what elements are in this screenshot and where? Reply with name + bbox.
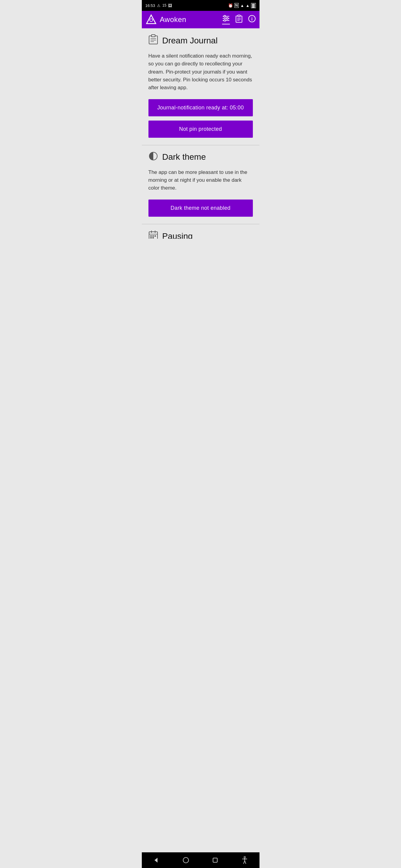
status-time: 16:53	[145, 3, 155, 8]
svg-rect-29	[150, 237, 152, 239]
svg-rect-17	[151, 35, 155, 37]
pausing-section: Pausing Sometimes this app may be inconv…	[142, 224, 259, 239]
pausing-title: Pausing	[162, 231, 193, 239]
warning-icon: ⚠	[157, 3, 161, 8]
status-left: 16:53 ⚠ 15 🖼	[145, 3, 172, 8]
status-right: ⏰ N ▲ ▲ ▓	[228, 3, 256, 8]
wifi-icon: ▲	[240, 3, 244, 8]
settings-sliders-icon[interactable]	[222, 15, 230, 24]
content-area: Dream Journal Have a silent notification…	[142, 28, 259, 239]
main-content: Dream Journal Have a silent notification…	[142, 28, 259, 239]
dark-theme-button[interactable]: Dark theme not enabled	[148, 199, 253, 217]
svg-rect-27	[152, 236, 154, 237]
svg-marker-0	[146, 15, 155, 24]
svg-point-5	[224, 16, 226, 17]
dream-journal-header: Dream Journal	[148, 34, 253, 47]
dark-theme-icon	[148, 151, 158, 163]
pausing-header: Pausing	[148, 230, 253, 239]
battery-icon: ▓	[251, 3, 256, 8]
pausing-icon	[148, 230, 158, 239]
dark-theme-header: Dark theme	[148, 151, 253, 163]
dark-theme-description: The app can be more pleasant to use in t…	[148, 168, 253, 192]
svg-point-15	[251, 17, 252, 18]
svg-rect-9	[238, 15, 240, 17]
app-bar-actions	[222, 15, 256, 24]
signal-icon: ▲	[246, 3, 250, 8]
dark-theme-section: Dark theme The app can be more pleasant …	[142, 145, 259, 224]
notification-time-button[interactable]: Journal-notification ready at: 05:00	[148, 99, 253, 116]
svg-rect-28	[154, 236, 156, 237]
alarm-icon: ⏰	[228, 3, 233, 8]
dream-journal-description: Have a silent notification ready each mo…	[148, 52, 253, 92]
image-icon: 🖼	[168, 3, 172, 8]
clipboard-icon[interactable]	[235, 15, 242, 24]
pin-protection-button[interactable]: Not pin protected	[148, 121, 253, 138]
svg-point-1	[150, 19, 153, 22]
svg-rect-30	[152, 237, 154, 239]
dark-theme-title: Dark theme	[162, 152, 206, 162]
app-bar: Awoken	[142, 11, 259, 28]
status-bar: 16:53 ⚠ 15 🖼 ⏰ N ▲ ▲ ▓	[142, 0, 259, 11]
app-title: Awoken	[160, 16, 187, 24]
dream-journal-section: Dream Journal Have a silent notification…	[142, 28, 259, 145]
dream-journal-title: Dream Journal	[162, 36, 218, 45]
awoken-logo-icon	[145, 14, 157, 25]
dream-journal-icon	[148, 34, 158, 47]
app-logo-area: Awoken	[145, 14, 222, 25]
svg-point-7	[224, 20, 226, 22]
svg-point-6	[226, 18, 228, 19]
svg-rect-26	[150, 236, 152, 237]
nfc-icon: N	[234, 3, 239, 8]
info-icon[interactable]	[248, 15, 256, 24]
battery-level-text: 15	[162, 3, 166, 7]
